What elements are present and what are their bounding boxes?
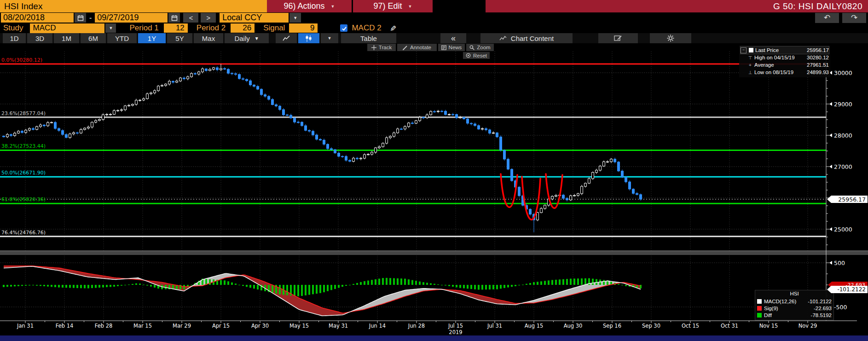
edit-panel-button[interactable] xyxy=(598,33,638,43)
legend-label: High on 04/15/19 xyxy=(754,55,807,60)
macd-legend[interactable]: HSIMACD(12,26)-101.2122Sig(9)-22.693Diff… xyxy=(755,290,834,320)
range-tab-1d[interactable]: 1D xyxy=(3,33,26,43)
axis-year-label: 2019 xyxy=(442,329,469,335)
x-axis-label: Aug 15 xyxy=(518,323,550,329)
legend-label: Average xyxy=(754,62,807,68)
prev-period-button[interactable]: < xyxy=(183,13,198,23)
range-tab-5y[interactable]: 5Y xyxy=(167,33,192,43)
axis-arrow-icon xyxy=(829,227,832,231)
x-axis-label: Feb 14 xyxy=(49,323,80,329)
legend-expand-icon[interactable]: − xyxy=(741,47,746,53)
period2-label: Period 2 xyxy=(197,23,226,33)
high-marker-icon: ⊤ xyxy=(747,55,753,60)
line-chart-icon xyxy=(283,35,290,41)
axis-arrow-icon xyxy=(829,165,832,168)
legend-label: Low on 08/15/19 xyxy=(754,69,807,75)
chevron-down-icon: ▼ xyxy=(255,36,259,41)
x-axis-label: Oct 31 xyxy=(714,323,745,329)
start-date-input[interactable]: 08/20/2018 xyxy=(1,13,74,23)
legend-row-low-on-08-15-19[interactable]: ⊥Low on 08/15/1924899.93 xyxy=(741,69,829,76)
range-tab-1y-selected[interactable]: 1Y xyxy=(138,33,166,43)
fib-level-label: 0.0%(30280.12) xyxy=(1,57,42,63)
fib-level-label: 50.0%(26671.90) xyxy=(1,170,46,176)
macd-panel xyxy=(3,266,642,316)
terminal-window: HSI Index 96) Actions ▼ 97) Edit ▼ G 50:… xyxy=(0,0,868,341)
macd-legend-row[interactable]: Sig(9)-22.693 xyxy=(757,305,832,312)
period2-input[interactable]: 26 xyxy=(231,23,255,33)
range-tab-1m[interactable]: 1M xyxy=(54,33,79,43)
news-label: News xyxy=(449,45,462,50)
candlesticks xyxy=(3,64,642,232)
range-tab-ytd[interactable]: YTD xyxy=(107,33,137,43)
price-legend[interactable]: −Last Price25956.17⊤High on 04/15/193028… xyxy=(739,46,830,77)
end-date-input[interactable]: 09/27/2019 xyxy=(95,13,168,23)
legend-label: Last Price xyxy=(755,47,807,53)
price-axis-label: 27000 xyxy=(829,163,852,170)
chevron-down-icon[interactable]: ▼ xyxy=(105,23,116,33)
magnifier-icon xyxy=(469,45,475,50)
chart-content-button[interactable]: Chart Content xyxy=(480,33,573,43)
series-swatch xyxy=(757,306,762,311)
series-value: -78.5192 xyxy=(811,312,832,318)
actions-label: 96) Actions xyxy=(284,1,325,11)
currency-select[interactable]: Local CCY xyxy=(220,13,289,23)
signal-input[interactable]: 9 xyxy=(289,23,318,33)
collapse-button[interactable]: « xyxy=(440,33,466,43)
track-label: Track xyxy=(379,45,392,50)
candle-chart-type-button-selected[interactable] xyxy=(298,33,319,43)
chevron-down-icon[interactable]: ▼ xyxy=(289,13,301,23)
annotate-button[interactable]: Annotate xyxy=(397,44,437,51)
macd-legend-title: HSI xyxy=(757,291,832,298)
legend-row-high-on-04-15-19[interactable]: ⊤High on 04/15/1930280.12 xyxy=(741,54,829,61)
redo-button[interactable]: ↷ xyxy=(842,13,866,23)
calendar-icon[interactable] xyxy=(75,13,86,23)
legend-value: 25956.17 xyxy=(807,47,829,53)
fib-level-label: 61.8%(25820.36) xyxy=(1,197,46,202)
zoom-label: Zoom xyxy=(477,45,490,50)
undo-button[interactable]: ↶ xyxy=(815,13,839,23)
news-button[interactable]: News xyxy=(438,44,465,51)
price-axis-label: 30000 xyxy=(829,69,852,76)
next-period-button[interactable]: > xyxy=(201,13,216,23)
frequency-dropdown[interactable]: Daily ▼ xyxy=(225,33,269,43)
chart-canvas[interactable] xyxy=(0,0,868,341)
panel-splitter[interactable] xyxy=(0,251,868,255)
settings-button[interactable] xyxy=(650,33,691,43)
series-value: -101.2122 xyxy=(808,299,832,304)
x-axis-label: Sep 30 xyxy=(636,323,667,329)
macd-legend-row[interactable]: Diff-78.5192 xyxy=(757,312,832,318)
line-chart-type-button[interactable] xyxy=(276,33,297,43)
track-cross-icon xyxy=(371,45,376,50)
pencil-icon[interactable]: ✎ xyxy=(388,25,397,31)
macd2-checkbox[interactable] xyxy=(340,24,347,32)
legend-value: 30280.12 xyxy=(807,55,829,60)
range-tab-6m[interactable]: 6M xyxy=(81,33,106,43)
edit-button[interactable]: 97) Edit ▼ xyxy=(353,0,433,12)
signal-label: Signal xyxy=(263,23,285,33)
zoom-button[interactable]: Zoom xyxy=(466,44,494,51)
price-axis-label: 25000 xyxy=(829,225,852,233)
study-select[interactable]: MACD xyxy=(30,23,104,33)
x-axis-label: Mar 15 xyxy=(127,323,158,329)
table-button[interactable]: Table xyxy=(341,33,396,43)
track-button[interactable]: Track xyxy=(367,44,396,51)
x-axis-label: Apr 15 xyxy=(205,323,237,329)
axis-arrow-icon xyxy=(829,133,832,137)
x-axis-label: Mar 29 xyxy=(166,323,197,329)
period1-label: Period 1 xyxy=(129,23,158,33)
security-field[interactable]: HSI Index xyxy=(0,0,270,12)
legend-row-last-price[interactable]: −Last Price25956.17 xyxy=(741,46,829,54)
range-tab-3d[interactable]: 3D xyxy=(27,33,52,43)
actions-button[interactable]: 96) Actions ▼ xyxy=(267,0,352,12)
x-axis-label: May 15 xyxy=(284,323,315,329)
chart-type-dropdown[interactable]: ▼ xyxy=(321,33,338,43)
legend-row-average[interactable]: +Average27961.51 xyxy=(741,61,829,69)
study-label: Study xyxy=(3,23,23,33)
price-axis-label: 29000 xyxy=(829,100,852,108)
macd-legend-row[interactable]: MACD(12,26)-101.2122 xyxy=(757,298,832,305)
reset-zoom-button[interactable]: Reset xyxy=(463,52,490,59)
period1-input[interactable]: 12 xyxy=(164,23,188,33)
calendar-icon[interactable] xyxy=(168,13,180,23)
legend-value: 24899.93 xyxy=(807,69,829,75)
range-tab-max[interactable]: Max xyxy=(194,33,223,43)
